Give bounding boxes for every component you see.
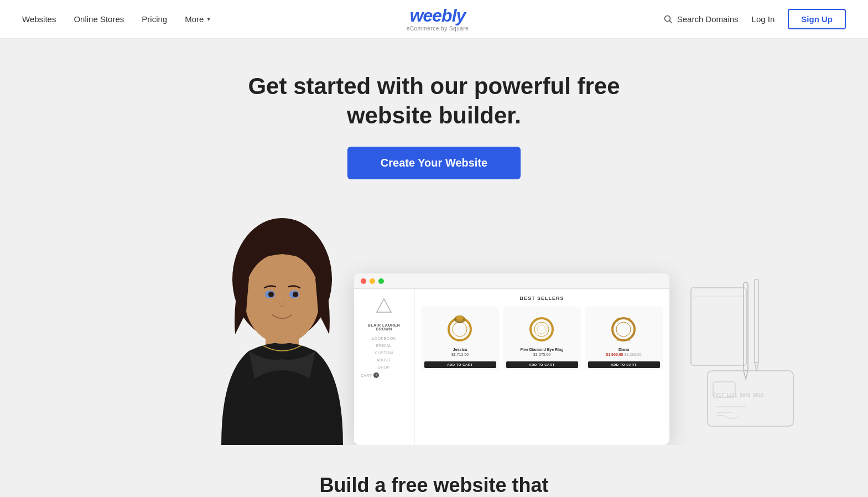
product-image-jessica bbox=[422, 307, 499, 345]
product-name-diana: Diana bbox=[588, 348, 660, 351]
svg-marker-31 bbox=[755, 363, 758, 371]
product-info-jessica: Jessica $1,712.50 ADD TO CART bbox=[422, 345, 499, 370]
dot-yellow bbox=[370, 278, 375, 284]
sidebar-nav-cart[interactable]: CART 2 bbox=[361, 372, 408, 378]
navbar: Websites Online Stores Pricing More ▼ we… bbox=[0, 0, 868, 39]
logo-subtitle: eCommerce by Square bbox=[407, 25, 469, 32]
product-price-diamond: $1,275.00 bbox=[506, 353, 578, 356]
product-price-jessica: $1,712.50 bbox=[424, 353, 496, 356]
product-image-diana bbox=[585, 307, 663, 345]
ring-diamond-icon bbox=[527, 308, 557, 344]
svg-point-15 bbox=[531, 318, 553, 340]
product-card-jessica: Jessica $1,712.50 ADD TO CART bbox=[422, 307, 499, 370]
sidebar-nav-shop[interactable]: SHOP bbox=[361, 365, 408, 369]
nav-link-pricing[interactable]: Pricing bbox=[142, 14, 167, 24]
svg-marker-29 bbox=[744, 371, 748, 379]
lower-section: Build a free website that grows with you… bbox=[0, 445, 868, 497]
add-to-cart-jessica[interactable]: ADD TO CART bbox=[424, 361, 496, 368]
product-info-diana: Diana $1,900.00 $3,299.00 ADD TO CART bbox=[585, 345, 663, 370]
hero-title: Get started with our powerful free websi… bbox=[241, 72, 628, 130]
svg-point-17 bbox=[537, 325, 546, 334]
mockup-body: BLAIR LAUREN BROWN LOOKBOOK BRIDAL CUSTO… bbox=[354, 289, 669, 445]
svg-point-11 bbox=[453, 322, 467, 336]
product-price-diana: $1,900.00 $3,299.00 bbox=[588, 353, 660, 356]
svg-rect-26 bbox=[691, 288, 746, 365]
product-card-diana: Diana $1,900.00 $3,299.00 ADD TO CART bbox=[585, 307, 663, 370]
svg-point-25 bbox=[628, 339, 630, 341]
product-sale-price-diana: $1,900.00 bbox=[606, 353, 623, 356]
svg-point-20 bbox=[611, 328, 614, 330]
mockup-main: BEST SELLERS bbox=[415, 289, 669, 445]
nav-left: Websites Online Stores Pricing More ▼ bbox=[22, 14, 211, 24]
person-image bbox=[199, 213, 365, 445]
nav-link-more[interactable]: More ▼ bbox=[185, 14, 211, 24]
svg-text:4417 1231 5678 9010: 4417 1231 5678 9010 bbox=[713, 393, 764, 398]
mockup-sidebar: BLAIR LAUREN BROWN LOOKBOOK BRIDAL CUSTO… bbox=[354, 289, 415, 445]
svg-point-21 bbox=[633, 328, 636, 330]
create-website-button[interactable]: Create Your Website bbox=[347, 147, 521, 179]
sidebar-nav-about[interactable]: ABOUT bbox=[361, 358, 408, 362]
product-name-diamond: Fine Diamond Eye Ring bbox=[506, 348, 578, 351]
svg-point-18 bbox=[612, 318, 635, 340]
website-mockup: BLAIR LAUREN BROWN LOOKBOOK BRIDAL CUSTO… bbox=[354, 273, 669, 445]
decorative-illustration: 4417 1231 5678 9010 bbox=[680, 277, 802, 434]
svg-point-24 bbox=[617, 339, 619, 341]
deco-pencils-card-icon: 4417 1231 5678 9010 bbox=[680, 277, 802, 432]
svg-line-1 bbox=[669, 20, 672, 23]
cart-badge: 2 bbox=[373, 372, 379, 378]
svg-point-8 bbox=[293, 292, 298, 297]
chevron-down-icon: ▼ bbox=[206, 16, 211, 22]
lower-title: Build a free website that grows with you… bbox=[296, 473, 573, 497]
svg-rect-32 bbox=[708, 371, 793, 426]
svg-rect-30 bbox=[755, 279, 758, 363]
product-info-diamond: Fine Diamond Eye Ring $1,275.00 ADD TO C… bbox=[503, 345, 581, 370]
hero-bottom: BLAIR LAUREN BROWN LOOKBOOK BRIDAL CUSTO… bbox=[22, 213, 846, 445]
add-to-cart-diana[interactable]: ADD TO CART bbox=[588, 361, 660, 368]
product-orig-price-diana: $3,299.00 bbox=[624, 353, 641, 356]
nav-right: Search Domains Log In Sign Up bbox=[664, 9, 846, 29]
search-icon bbox=[664, 15, 673, 24]
sidebar-logo bbox=[361, 298, 408, 317]
ring-jessica-icon bbox=[445, 308, 475, 344]
svg-point-16 bbox=[534, 322, 549, 336]
sidebar-nav-lookbook[interactable]: LOOKBOOK bbox=[361, 336, 408, 340]
product-image-diamond bbox=[503, 307, 581, 345]
product-card-diamond: Fine Diamond Eye Ring $1,275.00 ADD TO C… bbox=[503, 307, 581, 370]
svg-rect-28 bbox=[744, 282, 748, 371]
svg-point-4 bbox=[245, 253, 320, 344]
sidebar-brand-name: BLAIR LAUREN BROWN bbox=[361, 323, 408, 331]
svg-point-23 bbox=[628, 318, 630, 320]
nav-link-online-stores[interactable]: Online Stores bbox=[74, 14, 124, 24]
logo-wordmark: weebly bbox=[407, 7, 469, 24]
product-grid: Jessica $1,712.50 ADD TO CART bbox=[422, 307, 663, 370]
login-link[interactable]: Log In bbox=[752, 14, 775, 24]
svg-point-14 bbox=[458, 316, 462, 319]
product-name-jessica: Jessica bbox=[424, 348, 496, 351]
svg-point-19 bbox=[616, 322, 631, 336]
sidebar-triangle-icon bbox=[376, 298, 392, 314]
ring-diana-icon bbox=[609, 308, 639, 344]
dot-red bbox=[361, 278, 366, 284]
search-domains-button[interactable]: Search Domains bbox=[664, 14, 739, 24]
nav-link-websites[interactable]: Websites bbox=[22, 14, 56, 24]
signup-button[interactable]: Sign Up bbox=[788, 9, 846, 29]
sidebar-nav-custom[interactable]: CUSTOM bbox=[361, 351, 408, 355]
add-to-cart-diamond[interactable]: ADD TO CART bbox=[506, 361, 578, 368]
mockup-titlebar bbox=[354, 273, 669, 289]
hero-section: Get started with our powerful free websi… bbox=[0, 39, 868, 445]
svg-point-7 bbox=[268, 292, 274, 297]
dot-green bbox=[378, 278, 384, 284]
svg-point-22 bbox=[617, 318, 619, 320]
mockup-section-title: BEST SELLERS bbox=[422, 296, 663, 301]
logo: weebly eCommerce by Square bbox=[407, 7, 469, 32]
svg-marker-9 bbox=[377, 299, 391, 312]
sidebar-nav-bridal[interactable]: BRIDAL bbox=[361, 344, 408, 348]
